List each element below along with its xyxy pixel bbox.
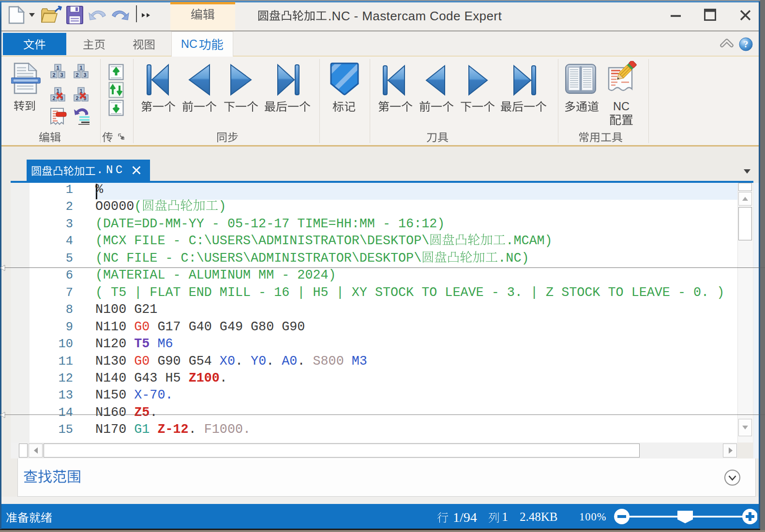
svg-text:1: 1 bbox=[79, 65, 82, 71]
svg-text:2: 2 bbox=[75, 72, 78, 78]
svg-text:1: 1 bbox=[56, 65, 59, 71]
svg-text:2: 2 bbox=[52, 72, 55, 78]
svg-text:2: 2 bbox=[52, 95, 55, 101]
svg-text:3: 3 bbox=[83, 72, 86, 78]
svg-text:2: 2 bbox=[75, 95, 78, 101]
svg-text:3: 3 bbox=[60, 72, 63, 78]
